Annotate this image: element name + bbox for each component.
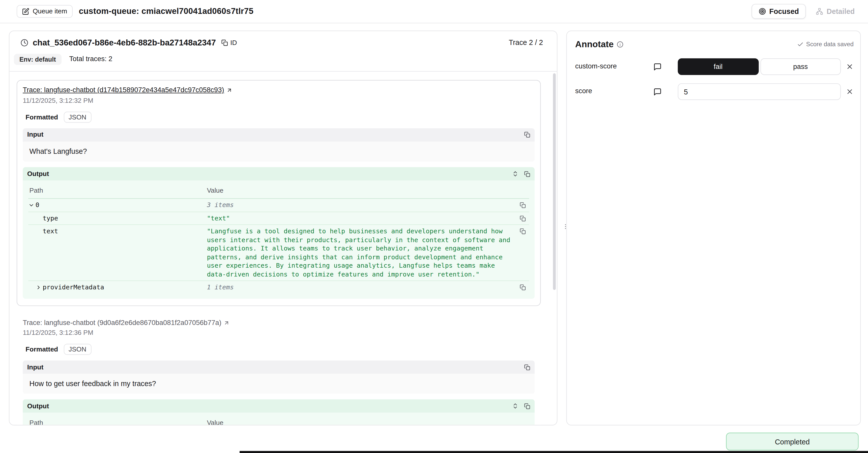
info-icon[interactable] <box>617 41 623 48</box>
value-column-header: Value <box>207 187 529 195</box>
output-section-label: Output <box>27 402 49 410</box>
output-section-label: Output <box>27 170 49 178</box>
chevron-right-icon[interactable] <box>36 283 43 292</box>
copy-icon[interactable] <box>516 202 529 208</box>
tab-json[interactable]: JSON <box>64 344 91 355</box>
focused-label: Focused <box>769 7 799 16</box>
io-format-tabs: Formatted JSON <box>23 344 535 355</box>
external-link-icon <box>226 87 232 93</box>
score-option-group: fail pass <box>678 58 841 75</box>
output-section: Output Path <box>23 399 535 425</box>
view-mode-switch: Focused Detailed <box>751 4 859 19</box>
json-value: 1 items <box>207 283 516 292</box>
score-value-input[interactable] <box>678 83 841 100</box>
io-format-tabs: Formatted JSON <box>23 112 535 123</box>
json-value: "Langfuse is a tool designed to help bus… <box>207 227 516 279</box>
save-status-label: Score data saved <box>806 41 854 48</box>
copy-icon[interactable] <box>516 228 529 234</box>
clock-icon <box>21 39 28 47</box>
comment-icon[interactable] <box>653 62 662 71</box>
trace-timestamp: 11/12/2025, 3:12:32 PM <box>23 96 535 105</box>
score-label: score <box>575 87 653 96</box>
close-icon[interactable] <box>846 63 854 71</box>
table-row: type "text" <box>28 212 529 225</box>
comment-icon[interactable] <box>653 87 662 96</box>
json-key: type <box>42 214 58 223</box>
expand-rows-icon[interactable] <box>512 170 519 177</box>
trace-link-label: Trace: langfuse-chatbot (9d0a6f2e6de8670… <box>23 318 221 327</box>
value-column-header: Value <box>207 419 529 425</box>
copy-icon[interactable] <box>524 171 530 177</box>
env-badge: Env: default <box>14 54 62 65</box>
input-section: Input How to get user feedback in my tra… <box>23 361 535 394</box>
table-row: providerMetadata 1 items <box>28 281 529 293</box>
check-icon <box>797 41 804 48</box>
json-key: text <box>42 227 58 236</box>
queue-item-header: chat_536ed067-b86e-4eb6-882b-ba27148a234… <box>9 31 557 72</box>
queue-item-icon <box>22 8 30 15</box>
copy-icon[interactable] <box>516 215 529 221</box>
queue-item-badge: Queue item <box>17 5 73 18</box>
score-option-pass[interactable]: pass <box>760 58 841 75</box>
copy-icon <box>221 40 228 46</box>
path-column-header: Path <box>28 187 207 195</box>
chevron-down-icon[interactable] <box>28 201 36 209</box>
network-icon <box>816 8 824 15</box>
trace-counter: Trace 2 / 2 <box>509 38 543 48</box>
expand-rows-icon[interactable] <box>512 403 519 409</box>
input-section-label: Input <box>27 131 43 139</box>
queue-item-label: Queue item <box>33 7 67 16</box>
trace-link[interactable]: Trace: langfuse-chatbot (d174b1589072e43… <box>23 86 232 95</box>
id-label: ID <box>230 39 237 47</box>
trace-scroll-area[interactable]: Trace: langfuse-chatbot (d174b1589072e43… <box>9 72 557 425</box>
copy-icon[interactable] <box>516 284 529 290</box>
tab-json[interactable]: JSON <box>64 112 91 123</box>
trace-link[interactable]: Trace: langfuse-chatbot (9d0a6f2e6de8670… <box>23 318 230 327</box>
total-traces-label: Total traces: 2 <box>69 55 113 64</box>
chevron-spacer <box>36 214 43 223</box>
session-title: chat_536ed067-b86e-4eb6-882b-ba27148a234… <box>33 38 216 48</box>
app-root: Queue item custom-queue: cmiacwel70041ad… <box>0 0 868 453</box>
copy-icon[interactable] <box>524 403 530 409</box>
output-section: Output Path <box>23 167 535 299</box>
annotate-panel: Annotate Score data saved custom-score f… <box>566 31 861 425</box>
queue-item-panel: chat_536ed067-b86e-4eb6-882b-ba27148a234… <box>9 31 557 425</box>
topbar: Queue item custom-queue: cmiacwel70041ad… <box>0 0 868 23</box>
copy-icon[interactable] <box>524 132 530 138</box>
output-json-table: Path Value 0 3 items <box>28 418 529 425</box>
screen-edge-strip <box>240 451 868 453</box>
score-option-fail[interactable]: fail <box>678 58 758 75</box>
detailed-label: Detailed <box>827 7 855 16</box>
tab-formatted[interactable]: Formatted <box>23 112 61 122</box>
detailed-view-button[interactable]: Detailed <box>812 4 859 19</box>
input-section: Input What's Langfuse? <box>23 128 535 162</box>
output-json-table: Path Value 0 3 items <box>28 186 529 294</box>
table-header: Path Value <box>28 186 529 199</box>
save-status: Score data saved <box>797 41 854 48</box>
input-section-label: Input <box>27 363 43 371</box>
table-row: text "Langfuse is a tool designed to hel… <box>28 225 529 281</box>
tab-formatted[interactable]: Formatted <box>23 344 61 355</box>
input-value: What's Langfuse? <box>23 141 535 162</box>
trace-timestamp: 11/12/2025, 3:12:36 PM <box>23 329 535 337</box>
scrollbar-thumb[interactable] <box>553 73 556 290</box>
completed-button[interactable]: Completed <box>726 432 859 450</box>
trace-card-1: Trace: langfuse-chatbot (d174b1589072e43… <box>17 80 541 306</box>
target-icon <box>759 8 766 15</box>
score-label: custom-score <box>575 62 653 71</box>
json-key: providerMetadata <box>42 283 104 292</box>
input-value: How to get user feedback in my traces? <box>23 374 535 394</box>
close-icon[interactable] <box>846 88 854 96</box>
path-column-header: Path <box>28 419 207 425</box>
table-header: Path Value <box>28 418 529 425</box>
json-key: 0 <box>36 201 39 209</box>
external-link-icon <box>224 320 230 326</box>
copy-icon[interactable] <box>524 364 530 370</box>
table-row: 0 3 items <box>28 199 529 212</box>
trace-card-2: Trace: langfuse-chatbot (9d0a6f2e6de8670… <box>17 312 541 425</box>
trace-link-label: Trace: langfuse-chatbot (d174b1589072e43… <box>23 86 224 95</box>
score-row-score: score <box>575 83 854 100</box>
id-copy-button[interactable]: ID <box>221 39 237 47</box>
score-row-custom-score: custom-score fail pass <box>575 58 854 75</box>
focused-view-button[interactable]: Focused <box>751 4 806 19</box>
